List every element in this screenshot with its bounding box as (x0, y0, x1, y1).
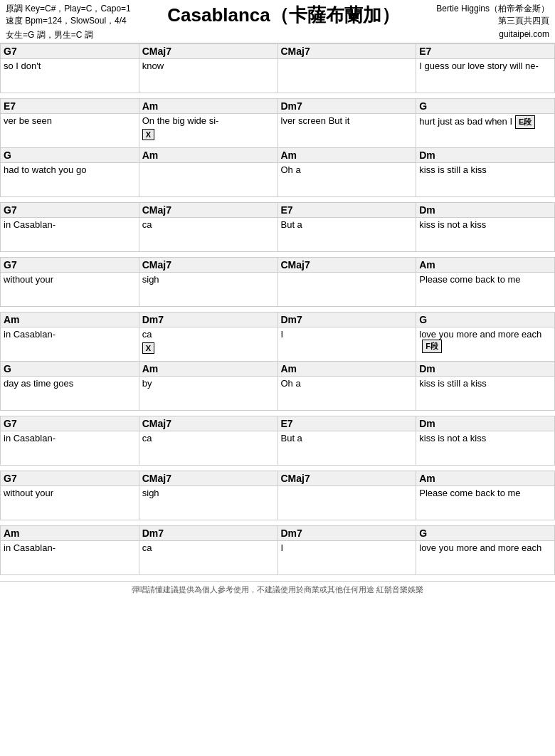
lyric-r8-c2 (278, 486, 416, 520)
chord-r9-c2: Dm7 (278, 526, 416, 541)
chord-r9-c1: Dm7 (139, 526, 278, 541)
chord-r7-c1: CMaj7 (139, 416, 278, 431)
lyric-r4-c3: Please come back to me (416, 273, 555, 307)
lyric-r5-c2: I (278, 327, 416, 362)
chord-chart: G7CMaj7CMaj7E7so I don'tknowI guess our … (0, 43, 555, 581)
repeat-badge: X (142, 342, 154, 354)
chord-r3-c0: G7 (1, 203, 139, 218)
lyric-r9-c2: I (278, 541, 416, 575)
lyric-r5-c1: caX (139, 327, 278, 362)
chord-r3-c2: E7 (278, 203, 416, 218)
chord-r1-c2: Dm7 (278, 99, 416, 114)
chord-r8-c3: Am (416, 471, 555, 486)
chord-r8-c2: CMaj7 (278, 471, 416, 486)
lyric-r0-c0: so I don't (1, 59, 139, 93)
chord-r7-c2: E7 (278, 416, 416, 431)
chord-r5-c1: Dm7 (139, 313, 278, 327)
chord-r7-c0: G7 (1, 416, 139, 431)
lyric-r6-c0: day as time goes (1, 377, 139, 411)
chord-r2-c2: Am (278, 148, 416, 163)
lyric-r2-c0: had to watch you go (1, 163, 139, 197)
chord-r0-c1: CMaj7 (139, 44, 278, 59)
song-title: Casablanca（卡薩布蘭加） (131, 3, 437, 28)
chord-r9-c3: G (416, 526, 555, 541)
chord-r9-c0: Am (1, 526, 139, 541)
lyric-r2-c2: Oh a (278, 163, 416, 197)
lyric-r0-c1: know (139, 59, 278, 93)
lyric-r9-c0: in Casablan- (1, 541, 139, 575)
key-info: 女生=G 調，男生=C 調 (6, 29, 93, 41)
lyric-r7-c2: But a (278, 431, 416, 466)
lyric-r3-c2: But a (278, 218, 416, 252)
lyric-r1-c0: ver be seen (1, 114, 139, 148)
lyric-r7-c1: ca (139, 431, 278, 466)
chord-r3-c1: CMaj7 (139, 203, 278, 218)
chord-r6-c3: Dm (416, 362, 555, 377)
chord-r1-c0: E7 (1, 99, 139, 114)
lyric-r3-c0: in Casablan- (1, 218, 139, 252)
chord-r4-c3: Am (416, 258, 555, 273)
chord-r6-c2: Am (278, 362, 416, 377)
lyric-r7-c3: kiss is not a kiss (416, 431, 555, 466)
lyric-r6-c3: kiss is still a kiss (416, 377, 555, 411)
lyric-r2-c3: kiss is still a kiss (416, 163, 555, 197)
chord-r0-c2: CMaj7 (278, 44, 416, 59)
chord-r5-c3: G (416, 313, 555, 327)
lyric-r8-c0: without your (1, 486, 139, 520)
footer-text: 彈唱請懂建議提供為個人參考使用，不建議使用於商業或其他任何用途 紅鬍音樂娛樂 (0, 581, 555, 598)
chord-r3-c3: Dm (416, 203, 555, 218)
section-badge: E段 (515, 115, 535, 129)
lyric-r1-c3: hurt just as bad when IE段 (416, 114, 555, 148)
lyric-r5-c0: in Casablan- (1, 327, 139, 362)
chord-r6-c0: G (1, 362, 139, 377)
lyric-r0-c3: I guess our love story will ne- (416, 59, 555, 93)
lyric-r4-c0: without your (1, 273, 139, 307)
website: guitaipei.com (499, 29, 549, 41)
lyric-r4-c2 (278, 273, 416, 307)
chord-r5-c2: Dm7 (278, 313, 416, 327)
lyric-r3-c3: kiss is not a kiss (416, 218, 555, 252)
repeat-badge: X (142, 129, 154, 140)
chord-r4-c0: G7 (1, 258, 139, 273)
chord-r7-c3: Dm (416, 416, 555, 431)
lyric-r7-c0: in Casablan- (1, 431, 139, 466)
chord-r5-c0: Am (1, 313, 139, 327)
lyric-r6-c1: by (139, 377, 278, 411)
chord-r2-c0: G (1, 148, 139, 163)
lyric-r5-c3: love you more and more eachF段 (416, 327, 555, 362)
chord-r1-c3: G (416, 99, 555, 114)
chord-r2-c1: Am (139, 148, 278, 163)
page-header: 原調 Key=C#，Play=C，Capo=1 速度 Bpm=124，SlowS… (0, 0, 555, 43)
header-meta-left: 原調 Key=C#，Play=C，Capo=1 速度 Bpm=124，SlowS… (6, 3, 131, 27)
section-badge: F段 (422, 340, 442, 353)
lyric-r1-c1: On the big wide si-X (139, 114, 278, 148)
lyric-r8-c1: sigh (139, 486, 278, 520)
lyric-r8-c3: Please come back to me (416, 486, 555, 520)
lyric-r2-c1 (139, 163, 278, 197)
lyric-r6-c2: Oh a (278, 377, 416, 411)
chord-r1-c1: Am (139, 99, 278, 114)
lyric-r0-c2 (278, 59, 416, 93)
chord-r0-c0: G7 (1, 44, 139, 59)
chord-r4-c1: CMaj7 (139, 258, 278, 273)
lyric-r3-c1: ca (139, 218, 278, 252)
chord-r8-c1: CMaj7 (139, 471, 278, 486)
lyric-r9-c3: love you more and more each (416, 541, 555, 575)
chord-r8-c0: G7 (1, 471, 139, 486)
chord-r2-c3: Dm (416, 148, 555, 163)
chord-r4-c2: CMaj7 (278, 258, 416, 273)
lyric-r9-c1: ca (139, 541, 278, 575)
chord-r0-c3: E7 (416, 44, 555, 59)
header-meta-right: Bertie Higgins（柏帝希金斯） 第三頁共四頁 (436, 3, 549, 27)
chord-r6-c1: Am (139, 362, 278, 377)
lyric-r1-c2: lver screen But it (278, 114, 416, 148)
lyric-r4-c1: sigh (139, 273, 278, 307)
